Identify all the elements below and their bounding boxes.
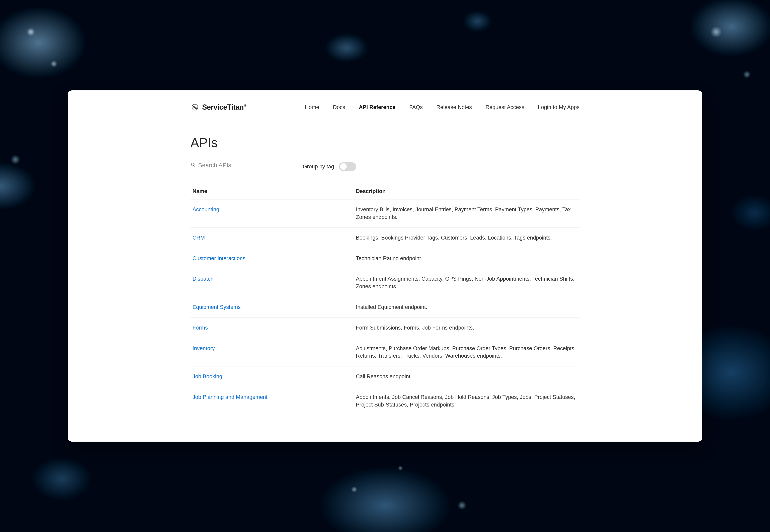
table-row: Accounting Inventory Bills, Invoices, Jo… — [190, 199, 580, 228]
api-link-job-booking[interactable]: Job Booking — [192, 373, 222, 379]
nav-request-access[interactable]: Request Access — [486, 104, 524, 110]
app-window: ServiceTitan® Home Docs API Reference FA… — [68, 90, 702, 442]
topbar: ServiceTitan® Home Docs API Reference FA… — [190, 90, 580, 120]
api-description: Bookings, Bookings Provider Tags, Custom… — [354, 228, 580, 248]
search-icon — [190, 162, 196, 168]
api-link-equipment-systems[interactable]: Equipment Systems — [192, 304, 241, 310]
svg-point-2 — [191, 163, 194, 166]
search-input[interactable] — [198, 162, 279, 169]
api-link-crm[interactable]: CRM — [192, 235, 205, 241]
table-row: Equipment Systems Installed Equipment en… — [190, 297, 580, 318]
svg-point-1 — [194, 107, 195, 108]
api-description: Adjustments, Purchase Order Markups, Pur… — [354, 338, 580, 366]
api-table: Name Description Accounting Inventory Bi… — [190, 183, 580, 415]
table-row: Customer Interactions Technician Rating … — [190, 248, 580, 269]
api-description: Call Reasons endpoint. — [354, 366, 580, 387]
nav-login[interactable]: Login to My Apps — [538, 104, 580, 110]
main-nav: Home Docs API Reference FAQs Release Not… — [305, 104, 580, 110]
brand-logo[interactable]: ServiceTitan® — [190, 103, 246, 112]
api-description: Installed Equipment endpoint. — [354, 297, 580, 318]
col-header-description: Description — [354, 183, 580, 199]
table-row: Inventory Adjustments, Purchase Order Ma… — [190, 338, 580, 366]
group-by-tag-control: Group by tag — [303, 162, 356, 171]
api-description: Form Submissions, Forms, Job Forms endpo… — [354, 318, 580, 338]
api-link-inventory[interactable]: Inventory — [192, 345, 215, 351]
search-field[interactable] — [190, 162, 279, 171]
nav-api-reference[interactable]: API Reference — [359, 104, 396, 110]
group-by-tag-label: Group by tag — [303, 164, 334, 170]
table-row: CRM Bookings, Bookings Provider Tags, Cu… — [190, 228, 580, 248]
api-link-forms[interactable]: Forms — [192, 325, 208, 331]
api-description: Technician Rating endpoint. — [354, 248, 580, 269]
group-by-tag-toggle[interactable] — [339, 162, 356, 171]
table-row: Job Booking Call Reasons endpoint. — [190, 366, 580, 387]
api-description: Appointments, Job Cancel Reasons, Job Ho… — [354, 387, 580, 415]
nav-home[interactable]: Home — [305, 104, 319, 110]
nav-faqs[interactable]: FAQs — [409, 104, 423, 110]
api-link-accounting[interactable]: Accounting — [192, 206, 219, 212]
table-row: Forms Form Submissions, Forms, Job Forms… — [190, 318, 580, 338]
page-title: APIs — [190, 135, 580, 150]
table-row: Dispatch Appointment Assignments, Capaci… — [190, 269, 580, 297]
brand-logo-icon — [190, 103, 199, 112]
col-header-name: Name — [190, 183, 354, 199]
api-link-dispatch[interactable]: Dispatch — [192, 276, 213, 282]
brand-logo-text: ServiceTitan® — [202, 103, 246, 111]
table-header-row: Name Description — [190, 183, 580, 199]
nav-release-notes[interactable]: Release Notes — [436, 104, 472, 110]
api-description: Appointment Assignments, Capacity, GPS P… — [354, 269, 580, 297]
controls-row: Group by tag — [190, 162, 580, 171]
api-description: Inventory Bills, Invoices, Journal Entri… — [354, 199, 580, 228]
api-link-job-planning-and-management[interactable]: Job Planning and Management — [192, 394, 267, 400]
api-link-customer-interactions[interactable]: Customer Interactions — [192, 255, 245, 261]
table-row: Job Planning and Management Appointments… — [190, 387, 580, 415]
nav-docs[interactable]: Docs — [333, 104, 345, 110]
svg-line-3 — [194, 166, 195, 167]
